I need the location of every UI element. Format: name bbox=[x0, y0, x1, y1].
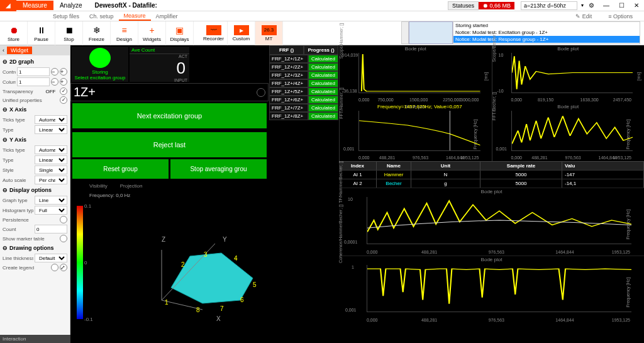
pause-button[interactable]: ⏸Pause bbox=[28, 21, 55, 45]
x-type-select[interactable]: Linear bbox=[35, 125, 67, 134]
widget-button[interactable]: Widget bbox=[7, 47, 32, 54]
frf-row[interactable]: FRF_1Z+/8Z+Calculated bbox=[269, 112, 338, 120]
fft-hammer-plot[interactable]: Bode plot Frequency=1457,625Hz; Value=0,… bbox=[339, 103, 492, 161]
transparency-toggle[interactable] bbox=[60, 87, 67, 95]
freeze-button[interactable]: ❄Freeze bbox=[83, 21, 111, 45]
search-input[interactable] bbox=[521, 1, 577, 10]
section-xaxis[interactable]: ⊖ X Axis bbox=[0, 104, 70, 115]
maximize-icon[interactable]: ☐ bbox=[614, 0, 629, 11]
geometry-3d-view[interactable]: Visibility Projection Frequency: 0,0 Hz … bbox=[70, 181, 269, 343]
scope-hammer-plot[interactable]: Bode plot Scope/Hammer; [] [ms] 0,000 75… bbox=[339, 45, 492, 103]
tab-measure[interactable]: Measure bbox=[16, 1, 53, 10]
subtab-measure[interactable]: Measure bbox=[119, 12, 151, 21]
recorder-display-button[interactable]: 〰Recorder bbox=[200, 21, 228, 45]
legend-toggle[interactable] bbox=[51, 264, 58, 271]
count-input[interactable] bbox=[35, 225, 67, 233]
back-icon[interactable]: ‹ bbox=[3, 47, 4, 53]
inc-icon[interactable]: + bbox=[60, 68, 67, 76]
section-yaxis[interactable]: ⊖ Y Axis bbox=[0, 135, 70, 145]
mt-icon: 26.3 bbox=[262, 25, 277, 35]
custom-icon: ▸ bbox=[234, 25, 249, 35]
hist-type-select[interactable]: Full bbox=[35, 206, 67, 215]
plus-icon: + bbox=[147, 25, 158, 36]
section-drawing[interactable]: ⊖ Drawing options bbox=[0, 243, 70, 253]
x-ticks-select[interactable]: Automatic bbox=[35, 115, 67, 124]
stop-averaging-button[interactable]: Stop averaging grou bbox=[170, 159, 267, 179]
col-rate[interactable]: Sample rate bbox=[480, 162, 562, 170]
main-area: ‹ Widget ⊖ 2D graph Controls−+ Columns−+… bbox=[0, 45, 644, 343]
auto-scale-select[interactable]: Per channel bbox=[35, 176, 67, 184]
stop-button[interactable]: ⏹Stop bbox=[55, 21, 83, 45]
col-value[interactable]: Valu bbox=[562, 162, 644, 170]
properties-sidebar: ‹ Widget ⊖ 2D graph Controls−+ Columns−+… bbox=[0, 45, 70, 343]
next-excitation-button[interactable]: Next excitation group bbox=[72, 103, 267, 128]
scope-becher-plot[interactable]: Bode plot Scope/Becher; [ms] 0,000 819,1… bbox=[492, 45, 645, 103]
unified-toggle[interactable] bbox=[60, 96, 67, 104]
memory-status: ⏺ 0,66 MB bbox=[479, 2, 514, 9]
record-icon: ⏺ bbox=[8, 25, 19, 36]
options-link[interactable]: ≡ Options bbox=[603, 13, 638, 20]
notice-row[interactable]: Notice: Modal test: Response group - 1Z+ bbox=[453, 36, 640, 43]
svg-marker-0 bbox=[171, 253, 253, 303]
fft-becher-plot[interactable]: Bode plot FFT/Becher; [] Frequency [Hz] … bbox=[492, 103, 645, 161]
y-ticks-select[interactable]: Automatic bbox=[35, 145, 67, 154]
frf-row[interactable]: FRF_1Z+/1Z+Calculated bbox=[269, 55, 338, 63]
marker-toggle[interactable] bbox=[60, 235, 67, 242]
graph-type-select[interactable]: Line bbox=[35, 196, 67, 205]
edit-link[interactable]: ✎ Edit bbox=[570, 13, 597, 20]
projection-tab[interactable]: Projection bbox=[120, 183, 143, 189]
table-row[interactable]: AI 2 Becher g 5000 -14,1 bbox=[339, 179, 644, 188]
subtab-ch-setup[interactable]: Ch. setup bbox=[84, 13, 119, 20]
notice-row[interactable]: Notice: Modal test: Excitation group - 1… bbox=[453, 29, 640, 36]
table-row[interactable]: AI 1 Hammer N 5000 -147 bbox=[339, 170, 644, 179]
led-icon bbox=[89, 48, 111, 68]
inc-icon[interactable]: + bbox=[60, 78, 67, 86]
minimize-icon[interactable]: — bbox=[599, 0, 614, 11]
coherence-plot[interactable]: Bode plot Coherence/HammerBecher; [] Fre… bbox=[339, 256, 644, 323]
status-label[interactable]: Statuses bbox=[448, 1, 479, 10]
frf-row[interactable]: FRF_1Z+/6Z+Calculated bbox=[269, 96, 338, 104]
col-index[interactable]: Index bbox=[339, 162, 377, 170]
frf-row[interactable]: FRF_1Z+/7Z+Calculated bbox=[269, 104, 338, 112]
store-button[interactable]: ⏺Store bbox=[0, 21, 28, 45]
controls-input[interactable] bbox=[17, 67, 50, 76]
section-display[interactable]: ⊖ Display options bbox=[0, 185, 70, 195]
dec-icon[interactable]: − bbox=[51, 68, 58, 76]
channel-status-icon[interactable] bbox=[257, 88, 265, 97]
subtab-setup-files[interactable]: Setup files bbox=[48, 13, 84, 20]
custom-display-button[interactable]: ▸Custom bbox=[228, 21, 255, 45]
legend-expand[interactable]: ⤢ bbox=[60, 264, 67, 271]
y-style-select[interactable]: Single bbox=[35, 166, 67, 174]
reject-last-button[interactable]: Reject last bbox=[72, 132, 267, 157]
window-title: DewesoftX - Datafile: bbox=[94, 2, 157, 9]
tf-plot[interactable]: Bode plot TF/HammerBecher; [] Frequency … bbox=[339, 188, 644, 256]
dec-icon[interactable]: − bbox=[51, 78, 58, 86]
widgets-button[interactable]: +Widgets bbox=[138, 21, 166, 45]
frf-row[interactable]: FRF_1Z+/4Z+Calculated bbox=[269, 79, 338, 87]
close-icon[interactable]: ✕ bbox=[629, 0, 644, 11]
col-name[interactable]: Name bbox=[377, 162, 411, 170]
line-thk-select[interactable]: Default bbox=[35, 254, 67, 262]
mt-display-button[interactable]: 26.3MT bbox=[255, 21, 283, 45]
notices-list[interactable]: Storing started Notice: Modal test: Exci… bbox=[453, 21, 640, 44]
design-button[interactable]: ≡Design bbox=[111, 21, 138, 45]
frf-row[interactable]: FRF_1Z+/3Z+Calculated bbox=[269, 71, 338, 79]
notice-row[interactable]: Storing started bbox=[453, 22, 640, 29]
stop-icon: ⏹ bbox=[64, 25, 75, 36]
app-logo: ◢ bbox=[0, 0, 16, 11]
frf-row[interactable]: FRF_1Z+/5Z+Calculated bbox=[269, 87, 338, 96]
columns-input[interactable] bbox=[17, 77, 50, 86]
col-unit[interactable]: Unit bbox=[411, 162, 480, 170]
frf-row[interactable]: FRF_1Z+/2Z+Calculated bbox=[269, 63, 338, 71]
persistence-toggle[interactable] bbox=[60, 216, 67, 223]
settings-icon[interactable]: ⚙ bbox=[584, 0, 599, 11]
storing-indicator: Storing Select excitation group bbox=[72, 47, 128, 82]
notices-scrollbar[interactable] bbox=[401, 21, 409, 44]
displays-button[interactable]: ▣Displays bbox=[166, 21, 194, 45]
tab-analyze[interactable]: Analyze bbox=[53, 1, 89, 10]
subtab-amplifier[interactable]: Amplifier bbox=[151, 13, 183, 20]
section-2d-graph[interactable]: ⊖ 2D graph bbox=[0, 57, 70, 67]
reset-group-button[interactable]: Reset group bbox=[72, 159, 169, 179]
y-type-select[interactable]: Linear bbox=[35, 155, 67, 164]
visibility-tab[interactable]: Visibility bbox=[89, 183, 108, 189]
